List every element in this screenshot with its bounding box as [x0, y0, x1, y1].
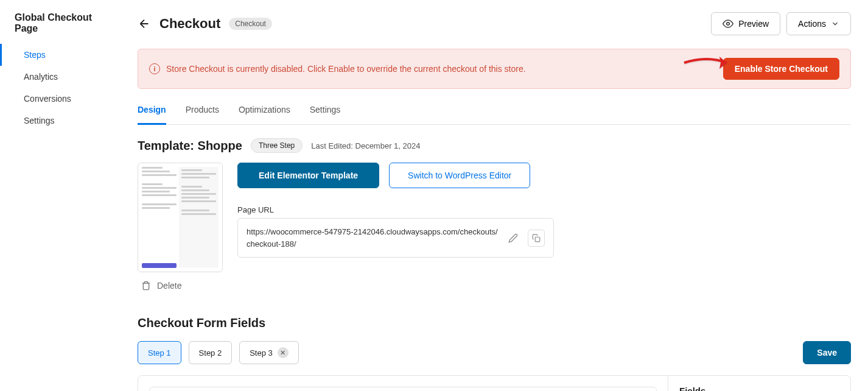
step-pill-3[interactable]: Step 3 ✕ — [239, 341, 299, 364]
delete-template-button[interactable]: Delete — [138, 280, 223, 292]
save-button[interactable]: Save — [803, 341, 851, 364]
alert-message: Store Checkout is currently disabled. Cl… — [166, 64, 526, 74]
info-icon: i — [149, 63, 160, 74]
copy-url-icon[interactable] — [528, 230, 545, 247]
header: Checkout Checkout Preview Actions — [138, 12, 851, 35]
page-url-value: https://woocommerce-547975-2142046.cloud… — [247, 226, 499, 250]
main-content: Checkout Checkout Preview Actions — [121, 0, 868, 391]
enable-store-checkout-button[interactable]: Enable Store Checkout — [723, 58, 839, 80]
alert-banner: i Store Checkout is currently disabled. … — [138, 49, 851, 89]
tab-settings[interactable]: Settings — [310, 105, 341, 125]
edit-url-icon[interactable] — [505, 230, 522, 247]
edit-elementor-button[interactable]: Edit Elementor Template — [237, 163, 379, 188]
close-icon[interactable]: ✕ — [278, 347, 289, 358]
trash-icon — [141, 281, 151, 291]
preview-button[interactable]: Preview — [711, 12, 780, 35]
tab-products[interactable]: Products — [186, 105, 219, 125]
svg-point-0 — [727, 23, 730, 26]
page-url-label: Page URL — [237, 205, 554, 214]
switch-wordpress-button[interactable]: Switch to WordPress Editor — [389, 163, 530, 188]
eye-icon — [723, 18, 733, 29]
sidebar-item-conversions[interactable]: Conversions — [2, 88, 121, 110]
form-area: Contact Information Fields — [138, 375, 851, 391]
sidebar-title: Global Checkout Page — [0, 12, 121, 44]
last-edited: Last Edited: December 1, 2024 — [311, 141, 420, 150]
tab-optimizations[interactable]: Optimizations — [239, 105, 290, 125]
sidebar-item-settings[interactable]: Settings — [2, 110, 121, 132]
page-title: Checkout — [159, 16, 220, 32]
template-title: Template: Shoppe — [138, 139, 242, 153]
chevron-down-icon — [831, 19, 839, 28]
form-fields-title: Checkout Form Fields — [138, 316, 851, 330]
back-arrow-icon[interactable] — [138, 17, 151, 30]
tab-design[interactable]: Design — [138, 105, 166, 125]
step-pill-2[interactable]: Step 2 — [189, 341, 233, 364]
field-group-contact[interactable]: Contact Information — [149, 387, 657, 391]
tabs: Design Products Optimizations Settings — [138, 105, 851, 125]
sidebar-item-steps[interactable]: Steps — [0, 44, 121, 66]
fields-sidebar-title: Fields — [679, 386, 839, 391]
template-header: Template: Shoppe Three Step Last Edited:… — [138, 138, 851, 153]
svg-rect-1 — [535, 237, 540, 242]
step-pill-1[interactable]: Step 1 — [138, 341, 181, 364]
template-preview: Delete — [138, 163, 223, 292]
sidebar: Global Checkout Page Steps Analytics Con… — [0, 0, 121, 391]
template-type-badge: Three Step — [251, 138, 303, 153]
step-pills: Step 1 Step 2 Step 3 ✕ — [138, 341, 299, 364]
page-url-field: https://woocommerce-547975-2142046.cloud… — [237, 218, 554, 258]
template-thumbnail[interactable] — [138, 163, 223, 272]
fields-sidebar: Fields — [668, 376, 850, 391]
actions-button[interactable]: Actions — [786, 12, 851, 35]
sidebar-item-analytics[interactable]: Analytics — [2, 66, 121, 88]
page-type-badge: Checkout — [229, 18, 272, 30]
